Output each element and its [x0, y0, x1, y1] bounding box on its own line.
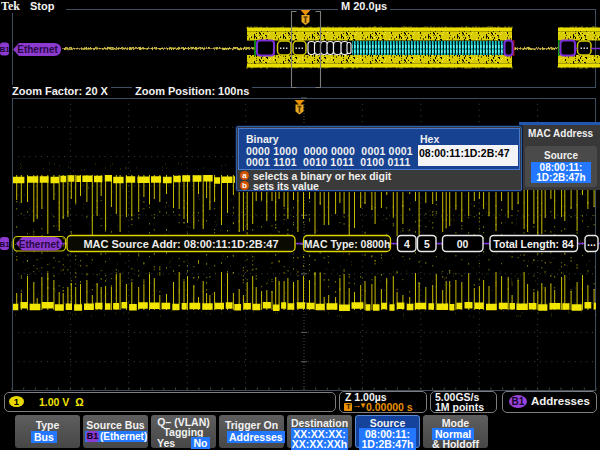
svg-text:Ethernet: Ethernet: [19, 239, 60, 250]
svg-text:Ethernet: Ethernet: [17, 44, 58, 55]
svg-text:B1: B1: [0, 240, 10, 249]
svg-text:B1: B1: [0, 45, 10, 54]
